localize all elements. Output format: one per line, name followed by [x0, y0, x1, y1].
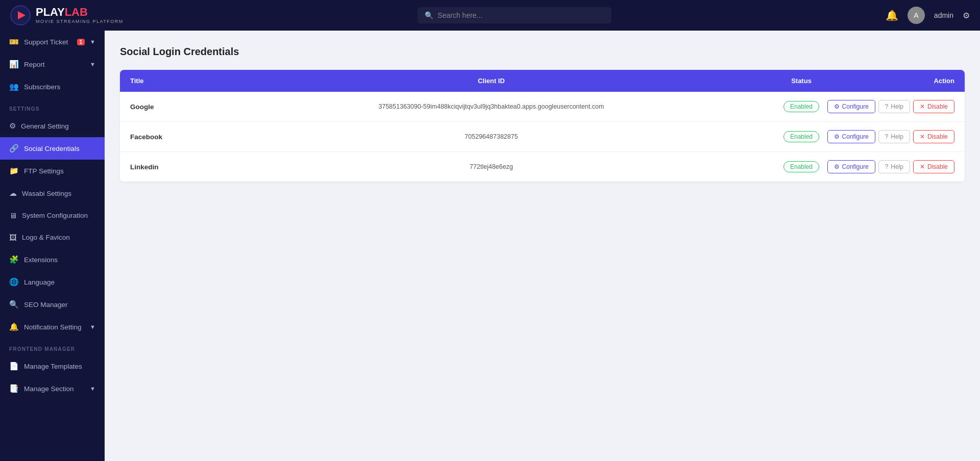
row-title-facebook: Facebook [130, 133, 232, 141]
table-row: Facebook 705296487382875 Enabled ⚙ Confi… [120, 122, 965, 152]
subscribers-icon: 👥 [9, 82, 19, 91]
report-icon: 📊 [9, 60, 19, 69]
sidebar-item-label: Report [24, 61, 85, 68]
gear-icon[interactable]: ⚙ [963, 11, 970, 20]
table-row: Linkedin 772tlej48e6ezg Enabled ⚙ Config… [120, 152, 965, 182]
configure-button-google[interactable]: ⚙ Configure [827, 100, 875, 113]
sidebar-item-notification-setting[interactable]: 🔔 Notification Setting ▼ [0, 316, 105, 338]
row-actions-linkedin: ⚙ Configure ? Help ✕ Disable [852, 160, 954, 173]
sidebar-item-wasabi-settings[interactable]: ☁ Wasabi Settings [0, 182, 105, 204]
sidebar-item-label: Notification Setting [24, 323, 85, 331]
help-button-facebook[interactable]: ? Help [878, 130, 910, 143]
search-box[interactable]: 🔍 [418, 7, 611, 23]
configure-button-facebook[interactable]: ⚙ Configure [827, 130, 875, 143]
sidebar-item-label: Subscribers [24, 83, 95, 91]
row-client-id-google: 375851363090-59im488kciqvijtqv3ul9jq3hba… [232, 103, 750, 110]
bell-icon[interactable]: 🔔 [886, 9, 898, 21]
help-icon: ? [885, 133, 889, 140]
sidebar-item-social-credentials[interactable]: 🔗 Social Credentials [0, 137, 105, 160]
configure-icon: ⚙ [834, 133, 840, 140]
sidebar-item-label: Wasabi Settings [22, 190, 95, 197]
disable-icon: ✕ [920, 103, 925, 110]
row-title-linkedin: Linkedin [130, 163, 232, 171]
disable-button-linkedin[interactable]: ✕ Disable [913, 160, 954, 173]
sidebar-item-language[interactable]: 🌐 Language [0, 271, 105, 293]
th-status: Status [750, 77, 852, 85]
sidebar-item-label: Extensions [24, 256, 95, 264]
admin-name: admin [934, 11, 953, 19]
extensions-icon: 🧩 [9, 255, 19, 264]
row-actions-facebook: ⚙ Configure ? Help ✕ Disable [852, 130, 954, 143]
layout: 🎫 Support Ticket 1 ▼ 📊 Report ▼ 👥 Subscr… [0, 31, 980, 461]
manage-section-icon: 📑 [9, 384, 19, 393]
header: PLAYLAB MOVIE STREAMING PLATFORM 🔍 🔔 A a… [0, 0, 980, 31]
sidebar-item-logo-favicon[interactable]: 🖼 Logo & Favicon [0, 226, 105, 248]
status-badge-google: Enabled [783, 101, 819, 112]
notification-icon: 🔔 [9, 322, 19, 331]
table-row: Google 375851363090-59im488kciqvijtqv3ul… [120, 92, 965, 122]
row-client-id-linkedin: 772tlej48e6ezg [232, 163, 750, 170]
configure-icon: ⚙ [834, 103, 840, 110]
sidebar-item-seo-manager[interactable]: 🔍 SEO Manager [0, 293, 105, 316]
settings-section-label: SETTINGS [0, 98, 105, 115]
status-badge-linkedin: Enabled [783, 161, 819, 172]
arrow-icon: ▼ [90, 39, 95, 45]
general-setting-icon: ⚙ [9, 121, 16, 131]
page-title: Social Login Credentials [120, 46, 965, 58]
sidebar: 🎫 Support Ticket 1 ▼ 📊 Report ▼ 👥 Subscr… [0, 31, 105, 461]
sidebar-item-report[interactable]: 📊 Report ▼ [0, 53, 105, 75]
configure-icon: ⚙ [834, 163, 840, 170]
system-config-icon: 🖥 [9, 211, 17, 220]
disable-button-facebook[interactable]: ✕ Disable [913, 130, 954, 143]
sidebar-item-label: Manage Section [24, 385, 85, 393]
sidebar-item-ftp-settings[interactable]: 📁 FTP Settings [0, 160, 105, 182]
search-input[interactable] [437, 11, 604, 19]
table-header: Title Client ID Status Action [120, 70, 965, 92]
header-right: 🔔 A admin ⚙ [886, 7, 970, 24]
search-icon: 🔍 [425, 11, 433, 19]
logo: PLAYLAB MOVIE STREAMING PLATFORM [10, 5, 124, 25]
logo-favicon-icon: 🖼 [9, 233, 17, 242]
sidebar-item-label: System Configuration [22, 212, 95, 219]
sidebar-item-label: SEO Manager [24, 301, 95, 309]
status-badge-facebook: Enabled [783, 131, 819, 142]
manage-templates-icon: 📄 [9, 362, 19, 371]
sidebar-item-label: Social Credentials [24, 145, 95, 152]
language-icon: 🌐 [9, 277, 19, 287]
sidebar-item-label: Logo & Favicon [22, 234, 95, 241]
seo-icon: 🔍 [9, 300, 19, 309]
row-title-google: Google [130, 103, 232, 111]
sidebar-item-general-setting[interactable]: ⚙ General Setting [0, 115, 105, 137]
th-action: Action [852, 77, 954, 85]
sidebar-item-system-configuration[interactable]: 🖥 System Configuration [0, 204, 105, 226]
help-button-linkedin[interactable]: ? Help [878, 160, 910, 173]
sidebar-item-subscribers[interactable]: 👥 Subscribers [0, 75, 105, 98]
disable-button-google[interactable]: ✕ Disable [913, 100, 954, 113]
sidebar-item-extensions[interactable]: 🧩 Extensions [0, 248, 105, 271]
avatar: A [908, 7, 925, 24]
logo-name: PLAYLAB [36, 7, 124, 18]
sidebar-item-label: Manage Templates [24, 363, 95, 370]
header-search-area: 🔍 [418, 7, 611, 23]
sidebar-item-manage-templates[interactable]: 📄 Manage Templates [0, 355, 105, 377]
sidebar-item-label: General Setting [21, 122, 95, 130]
help-icon: ? [885, 103, 889, 110]
sidebar-item-label: FTP Settings [24, 167, 95, 175]
ticket-icon: 🎫 [9, 37, 19, 46]
logo-subtitle: MOVIE STREAMING PLATFORM [36, 19, 124, 24]
arrow-icon: ▼ [90, 324, 95, 330]
logo-text: PLAYLAB MOVIE STREAMING PLATFORM [36, 7, 124, 24]
sidebar-item-support-ticket[interactable]: 🎫 Support Ticket 1 ▼ [0, 31, 105, 53]
sidebar-item-manage-section[interactable]: 📑 Manage Section ▼ [0, 377, 105, 400]
configure-button-linkedin[interactable]: ⚙ Configure [827, 160, 875, 173]
support-badge: 1 [77, 39, 85, 45]
arrow-icon: ▼ [90, 386, 95, 392]
disable-icon: ✕ [920, 163, 925, 170]
sidebar-item-label: Support Ticket [24, 38, 70, 46]
logo-lab: LAB [65, 6, 88, 18]
social-credentials-icon: 🔗 [9, 144, 19, 153]
play-icon [10, 5, 31, 25]
help-button-google[interactable]: ? Help [878, 100, 910, 113]
credentials-table: Title Client ID Status Action Google 375… [120, 70, 965, 182]
row-actions-google: ⚙ Configure ? Help ✕ Disable [852, 100, 954, 113]
